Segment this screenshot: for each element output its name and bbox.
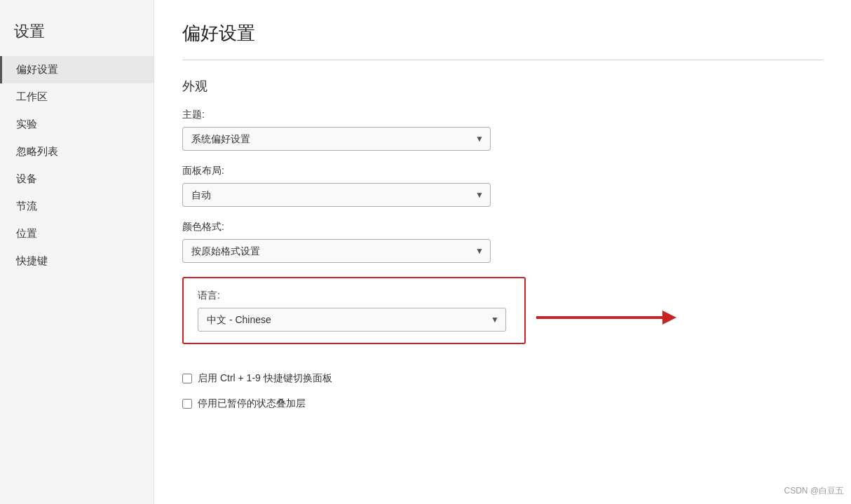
checkbox-disable-paused: 停用已暂停的状态叠加层 (182, 397, 823, 410)
theme-select-wrapper: 系统偏好设置浅色深色 ▼ (182, 127, 491, 151)
sidebar-item-workspace[interactable]: 工作区 (0, 83, 154, 111)
sidebar-item-shortcuts[interactable]: 快捷键 (0, 247, 154, 275)
language-select-wrapper: 中文 - ChineseEnglish日本語한국어 ▼ (198, 308, 506, 332)
divider (182, 60, 823, 60)
sidebar-item-experiments[interactable]: 实验 (0, 111, 154, 138)
theme-field-group: 主题: 系统偏好设置浅色深色 ▼ (182, 109, 823, 151)
sidebar-item-label: 工作区 (16, 90, 48, 102)
sidebar-item-devices[interactable]: 设备 (0, 165, 154, 193)
sidebar-item-preferences[interactable]: 偏好设置 (0, 56, 154, 83)
language-label: 语言: (198, 290, 510, 302)
checkbox-ctrl-shortcuts: 启用 Ctrl + 1-9 快捷键切换面板 (182, 372, 823, 385)
color-format-select-wrapper: 按原始格式设置HEXRGBHSL ▼ (182, 239, 491, 263)
sidebar-item-label: 偏好设置 (16, 63, 58, 75)
color-format-field-group: 颜色格式: 按原始格式设置HEXRGBHSL ▼ (182, 221, 823, 263)
arrow-line (536, 316, 662, 319)
main-content: 偏好设置 外观 主题: 系统偏好设置浅色深色 ▼ 面板布局: 自动水平垂直 ▼ … (154, 0, 851, 504)
sidebar-item-label: 节流 (16, 200, 37, 212)
sidebar-item-location[interactable]: 位置 (0, 220, 154, 247)
ctrl-shortcuts-checkbox[interactable] (182, 374, 192, 383)
language-section: 语言: 中文 - ChineseEnglish日本語한국어 ▼ (182, 277, 526, 344)
disable-paused-label: 停用已暂停的状态叠加层 (198, 397, 306, 410)
panel-layout-select[interactable]: 自动水平垂直 (182, 183, 491, 207)
language-select[interactable]: 中文 - ChineseEnglish日本語한국어 (198, 308, 506, 332)
sidebar-title: 设置 (0, 14, 154, 56)
sidebar: 设置 偏好设置 工作区 实验 忽略列表 设备 节流 位置 快捷键 (0, 0, 154, 504)
theme-select[interactable]: 系统偏好设置浅色深色 (182, 127, 491, 151)
red-arrow-annotation (536, 311, 676, 325)
panel-layout-label: 面板布局: (182, 165, 823, 177)
sidebar-item-label: 位置 (16, 227, 37, 239)
page-title: 偏好设置 (182, 21, 823, 46)
sidebar-item-label: 忽略列表 (16, 145, 58, 157)
color-format-select[interactable]: 按原始格式设置HEXRGBHSL (182, 239, 491, 263)
color-format-label: 颜色格式: (182, 221, 823, 233)
panel-layout-select-wrapper: 自动水平垂直 ▼ (182, 183, 491, 207)
watermark: CSDN @白豆五 (784, 485, 844, 497)
sidebar-item-label: 设备 (16, 172, 37, 184)
ctrl-shortcuts-label: 启用 Ctrl + 1-9 快捷键切换面板 (198, 372, 332, 385)
sidebar-item-throttling[interactable]: 节流 (0, 193, 154, 220)
panel-layout-field-group: 面板布局: 自动水平垂直 ▼ (182, 165, 823, 207)
sidebar-item-ignore-list[interactable]: 忽略列表 (0, 138, 154, 165)
language-section-container: 语言: 中文 - ChineseEnglish日本語한국어 ▼ (182, 277, 823, 358)
sidebar-item-label: 实验 (16, 118, 37, 130)
arrow-head-icon (662, 311, 676, 325)
appearance-section-title: 外观 (182, 78, 823, 95)
theme-label: 主题: (182, 109, 823, 121)
sidebar-item-label: 快捷键 (16, 254, 48, 266)
disable-paused-checkbox[interactable] (182, 399, 192, 409)
